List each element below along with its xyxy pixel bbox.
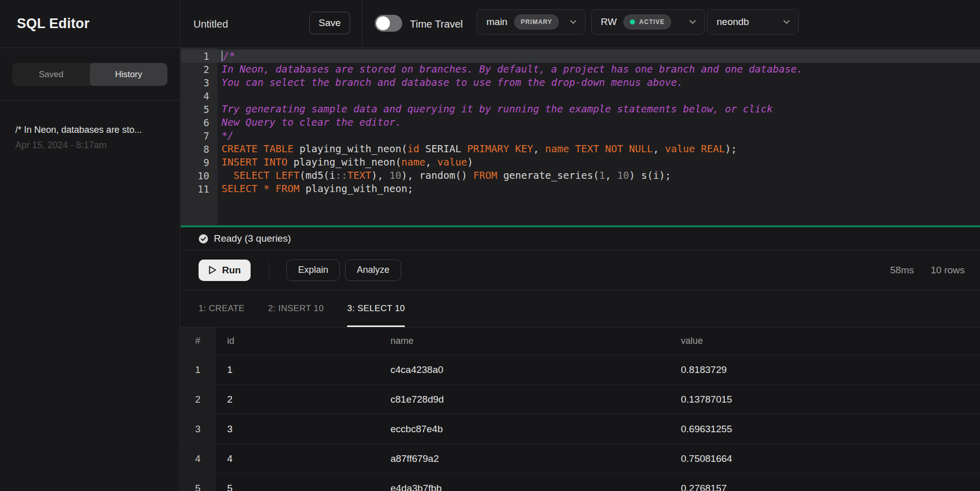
code-text: You can select the branch and database t…: [217, 76, 683, 89]
code-text: [217, 89, 222, 103]
branch-primary-badge: PRIMARY: [514, 14, 559, 30]
actions-row: Run Explain Analyze 58ms 10 rows: [181, 250, 980, 290]
table-header-row: #idnamevalue: [181, 328, 980, 355]
code-text: SELECT LEFT(md5(i::TEXT), 10), random() …: [217, 169, 671, 182]
table-cell: a87ff679a2: [379, 444, 669, 473]
result-tab-3[interactable]: 3: SELECT 10: [347, 290, 405, 327]
code-text: In Neon, databases are stored on branche…: [217, 63, 803, 76]
line-number: 2: [181, 63, 217, 76]
column-header-id: id: [215, 328, 379, 355]
line-number: 6: [181, 116, 217, 129]
database-dropdown[interactable]: neondb: [707, 9, 799, 35]
text-cursor: [222, 51, 223, 61]
code-line-11: 11SELECT * FROM playing_with_neon;: [181, 182, 980, 196]
table-cell: 0.13787015: [669, 385, 980, 414]
line-number: 3: [181, 76, 217, 89]
table-row: 22c81e728d9d0.13787015: [181, 385, 980, 414]
table-cell: 0.75081664: [669, 444, 980, 473]
table-cell: 4: [215, 444, 379, 473]
actions-divider: [268, 260, 269, 281]
result-tab-2[interactable]: 2: INSERT 10: [268, 290, 324, 327]
branch-name: main: [486, 16, 507, 28]
table-cell: 2: [181, 385, 215, 414]
code-line-7: 7*/: [181, 129, 980, 143]
line-number: 10: [181, 169, 217, 182]
code-editor[interactable]: 1/*2In Neon, databases are stored on bra…: [181, 48, 980, 225]
table-cell: 3: [215, 414, 379, 443]
line-number: 4: [181, 89, 217, 103]
code-text: New Query to clear the editor.: [217, 116, 401, 129]
table-cell: eccbc87e4b: [379, 414, 669, 443]
code-text: /*: [217, 50, 235, 63]
query-title: Untitled: [193, 0, 228, 48]
sql-editor-app: SQL Editor Saved History /* In Neon, dat…: [0, 0, 980, 491]
run-button[interactable]: Run: [199, 260, 251, 281]
code-text: SELECT * FROM playing_with_neon;: [217, 182, 413, 196]
page-title: SQL Editor: [17, 16, 90, 32]
compute-active-badge: ACTIVE: [623, 14, 671, 30]
save-button[interactable]: Save: [309, 12, 350, 34]
line-number: 5: [181, 103, 217, 116]
ready-check-icon: [199, 234, 208, 244]
saved-history-segmented-control: Saved History: [12, 63, 167, 86]
column-header-name: name: [379, 328, 669, 355]
result-tab-1[interactable]: 1: CREATE: [199, 290, 244, 327]
table-row: 55e4da3b7fbb0.2768157: [181, 474, 980, 491]
sidebar: SQL Editor Saved History /* In Neon, dat…: [0, 0, 180, 491]
topbar: Untitled Save Time Travel main PRIMARY R…: [181, 0, 980, 48]
play-icon: [208, 265, 217, 275]
code-line-1: 1/*: [181, 50, 980, 63]
status-text: Ready (3 queries): [214, 233, 291, 244]
analyze-button[interactable]: Analyze: [345, 260, 401, 281]
table-cell: 4: [181, 444, 215, 473]
code-line-3: 3You can select the branch and database …: [181, 76, 980, 89]
code-text: */: [217, 129, 233, 143]
code-text: INSERT INTO playing_with_neon(name, valu…: [217, 156, 473, 169]
code-line-2: 2In Neon, databases are stored on branch…: [181, 63, 980, 76]
table-cell: 5: [181, 474, 215, 491]
table-row: 11c4ca4238a00.8183729: [181, 355, 980, 385]
query-metrics: 58ms 10 rows: [890, 265, 980, 276]
table-body: 11c4ca4238a00.818372922c81e728d9d0.13787…: [181, 355, 980, 491]
table-cell: 0.2768157: [669, 474, 980, 491]
code-line-9: 9INSERT INTO playing_with_neon(name, val…: [181, 156, 980, 169]
explain-button[interactable]: Explain: [286, 260, 340, 281]
results-table[interactable]: #idnamevalue 11c4ca4238a00.818372922c81e…: [181, 328, 980, 491]
table-row: 33eccbc87e4b0.69631255: [181, 414, 980, 444]
code-line-4: 4: [181, 89, 980, 103]
tab-history[interactable]: History: [90, 63, 167, 86]
table-cell: 5: [215, 474, 379, 491]
line-number: 9: [181, 156, 217, 169]
history-item-preview: /* In Neon, databases are sto...: [15, 125, 164, 135]
line-number: 1: [181, 50, 217, 63]
line-number: 8: [181, 143, 217, 156]
line-number: 11: [181, 182, 217, 196]
time-travel-label: Time Travel: [410, 0, 463, 48]
code-line-10: 10 SELECT LEFT(md5(i::TEXT), 10), random…: [181, 169, 980, 182]
status-row: Ready (3 queries): [181, 227, 980, 250]
tab-saved[interactable]: Saved: [12, 63, 90, 86]
query-row-count: 10 rows: [930, 265, 965, 276]
compute-dropdown[interactable]: RW ACTIVE: [591, 9, 705, 35]
database-name: neondb: [717, 16, 749, 28]
history-list-item[interactable]: /* In Neon, databases are sto... Apr 15,…: [0, 101, 180, 151]
code-line-8: 8CREATE TABLE playing_with_neon(id SERIA…: [181, 143, 980, 156]
code-text: Try generating sample data and querying …: [217, 103, 773, 116]
chevron-down-icon: [777, 17, 791, 27]
column-header-value: value: [669, 328, 980, 355]
sidebar-header: SQL Editor: [0, 0, 180, 48]
compute-active-label: ACTIVE: [639, 18, 665, 26]
branch-dropdown[interactable]: main PRIMARY: [477, 9, 585, 35]
compute-name: RW: [601, 16, 617, 28]
time-travel-toggle[interactable]: [375, 15, 402, 32]
query-duration: 58ms: [890, 265, 914, 276]
history-item-date: Apr 15, 2024 - 8:17am: [15, 140, 164, 151]
sidebar-tabs-section: Saved History: [0, 48, 180, 101]
chevron-down-icon: [683, 17, 697, 27]
code-text: CREATE TABLE playing_with_neon(id SERIAL…: [217, 143, 737, 156]
line-number: 7: [181, 129, 217, 143]
code-line-5: 5Try generating sample data and querying…: [181, 103, 980, 116]
column-header-#: #: [181, 328, 215, 355]
table-cell: e4da3b7fbb: [379, 474, 669, 491]
table-row: 44a87ff679a20.75081664: [181, 444, 980, 474]
